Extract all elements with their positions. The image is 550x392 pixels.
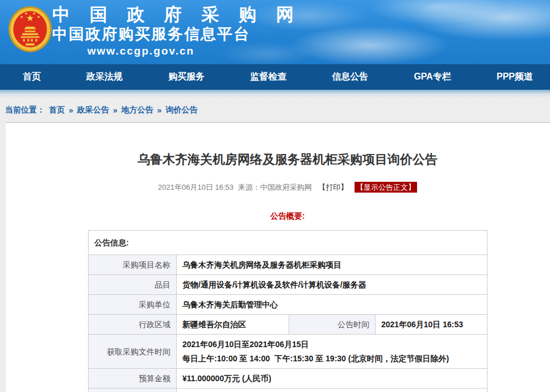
article-meta: 2021年06月10日 16:53 来源：中国政府采购网 【打印】 【显示公告正… xyxy=(88,182,487,193)
table-row: 获取采购文件时间 2021年06月10日至2021年06月15日 每日上午:10… xyxy=(89,335,488,369)
svg-text:★: ★ xyxy=(37,15,40,19)
source-text: 来源：中国政府采购网 xyxy=(238,183,312,191)
table-row: 采购单位 乌鲁木齐海关后勤管理中心 xyxy=(89,295,488,315)
row-value: 新疆维吾尔自治区 xyxy=(177,315,289,335)
nav-item-home[interactable]: 首页 xyxy=(23,71,41,83)
site-subtitle: 中国政府购买服务信息平台 xyxy=(52,25,230,44)
row-value: 2021年06月10日 16:53 xyxy=(376,315,488,335)
row-value: 2021年06月10日至2021年06月15日 每日上午:10:00 至 14:… xyxy=(177,335,488,369)
breadcrumb-separator: » xyxy=(157,106,162,115)
svg-text:★: ★ xyxy=(20,15,23,19)
table-row: 行政区域 新疆维吾尔自治区 公告时间 2021年06月10日 16:53 xyxy=(89,315,488,335)
row-value: 乌鲁木齐海关后勤管理中心 xyxy=(177,295,488,315)
row-value: 货物/通用设备/计算机设备及软件/计算机设备/服务器 xyxy=(177,275,488,295)
row-label: 行政区域 xyxy=(89,315,177,335)
breadcrumb: 当前位置： 首页 » 政采公告 » 地方公告 » 询价公告 xyxy=(0,98,550,122)
doc-time-line2: 每日上午:10:00 至 14:00 下午:15:30 至 19:30 (北京时… xyxy=(182,349,481,364)
breadcrumb-separator: » xyxy=(113,106,118,115)
notice-info-table: 公告信息: 采购项目名称 乌鲁木齐海关机房网络及服务器机柜采购项目 品目 货物/… xyxy=(88,230,488,392)
row-label: 采购单位 xyxy=(89,295,177,315)
table-row-partial xyxy=(89,389,488,392)
breadcrumb-item-inquiry[interactable]: 询价公告 xyxy=(165,105,197,115)
svg-text:★: ★ xyxy=(32,11,36,15)
nav-item-ppp[interactable]: PPP频道 xyxy=(497,71,533,83)
site-title: 中 国 政 府 采 购 网 xyxy=(52,5,230,25)
nav-item-announcements[interactable]: 信息公告 xyxy=(332,71,368,83)
breadcrumb-label: 当前位置： xyxy=(5,105,45,115)
nav-shadow-strip xyxy=(0,90,550,98)
table-section-row: 公告信息: xyxy=(89,231,488,255)
breadcrumb-item-announcements[interactable]: 政采公告 xyxy=(77,105,109,115)
nav-item-purchase-services[interactable]: 购买服务 xyxy=(168,71,205,83)
row-label: 预算金额 xyxy=(89,369,177,389)
table-row: 采购项目名称 乌鲁木齐海关机房网络及服务器机柜采购项目 xyxy=(89,255,488,275)
nav-item-gpa[interactable]: GPA专栏 xyxy=(414,71,451,83)
nav-item-regulations[interactable]: 政采法规 xyxy=(86,71,123,83)
row-label: 获取采购文件时间 xyxy=(89,335,177,369)
row-label: 公告时间 xyxy=(289,315,376,335)
table-row: 品目 货物/通用设备/计算机设备及软件/计算机设备/服务器 xyxy=(89,275,488,295)
summary-heading: 公告概要: xyxy=(88,211,487,222)
table-section-header: 公告信息: xyxy=(89,231,488,255)
row-value: 乌鲁木齐海关机房网络及服务器机柜采购项目 xyxy=(177,255,488,275)
show-notice-button[interactable]: 【显示公告正文】 xyxy=(355,182,417,193)
publish-datetime: 2021年06月10日 16:53 xyxy=(158,183,234,191)
page-title: 乌鲁木齐海关机房网络及服务器机柜采购项目询价公告 xyxy=(88,123,487,168)
site-identity: 中 国 政 府 采 购 网 中国政府购买服务信息平台 www.ccgp.gov.… xyxy=(52,5,230,59)
row-value: ¥11.000000万元 (人民币) xyxy=(177,369,488,389)
breadcrumb-item-home[interactable]: 首页 xyxy=(49,105,65,115)
row-label: 采购项目名称 xyxy=(89,255,177,275)
site-url: www.ccgp.gov.cn xyxy=(52,44,230,59)
svg-text:★: ★ xyxy=(24,11,28,15)
national-emblem-icon: ★ ★ ★ ★ ★ xyxy=(8,6,52,54)
doc-time-line1: 2021年06月10日至2021年06月15日 xyxy=(182,339,481,349)
breadcrumb-item-local[interactable]: 地方公告 xyxy=(122,105,153,115)
print-button[interactable]: 【打印】 xyxy=(318,183,348,191)
row-label: 品目 xyxy=(89,275,177,295)
breadcrumb-separator: » xyxy=(69,106,73,115)
content-card: 乌鲁木齐海关机房网络及服务器机柜采购项目询价公告 2021年06月10日 16:… xyxy=(6,122,550,392)
main-nav: 首页 政采法规 购买服务 监督检查 信息公告 GPA专栏 PPP频道 xyxy=(0,64,550,90)
site-banner: ★ ★ ★ ★ ★ 中 国 政 府 采 购 网 中国政府购买服务信息平台 www… xyxy=(0,0,550,64)
nav-item-supervision[interactable]: 监督检查 xyxy=(250,71,286,83)
table-row: 预算金额 ¥11.000000万元 (人民币) xyxy=(89,369,488,389)
